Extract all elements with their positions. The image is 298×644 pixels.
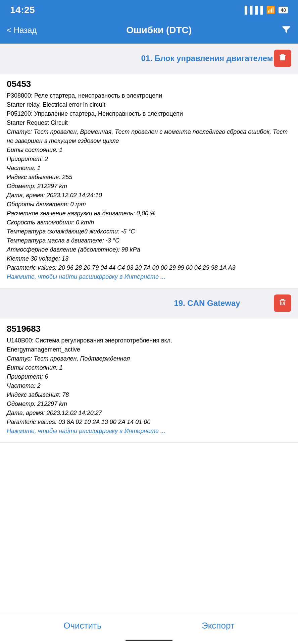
content-area: 01. Блок управления двигателем 05453 P30… [0,44,298,476]
error-block-19-0[interactable]: 8519683 U140B00: Система регулирования э… [0,318,298,443]
trash-icon [279,53,287,63]
page-title: Ошибки (DTC) [126,25,192,36]
status-icons: ▐▐▐▐ 📶 40 [242,6,288,14]
filter-icon[interactable] [281,24,291,37]
status-bar: 14:25 ▐▐▐▐ 📶 40 [0,0,298,20]
delete-button-19[interactable] [274,294,291,312]
back-button[interactable]: < Назад [7,25,37,35]
trash-icon-19 [279,298,287,308]
error-block-01-0[interactable]: 05453 P308800: Реле стартера, неисправно… [0,73,298,288]
clear-button[interactable]: Очистить [63,621,101,631]
section-header-01: 01. Блок управления двигателем [0,44,298,73]
status-time: 14:25 [10,5,35,15]
nav-bar: < Назад Ошибки (DTC) [0,20,298,44]
error-lines-19-0: U140B00: Система регулирования энергопот… [7,336,291,436]
error-code-19-0: 8519683 [7,324,291,334]
wifi-icon: 📶 [266,6,275,14]
error-lines-01-0: P308800: Реле стартера, неисправность в … [7,91,291,281]
section-title-01: 01. Блок управления двигателем [140,54,274,63]
battery-icon: 40 [279,7,288,13]
signal-icon: ▐▐▐▐ [242,6,263,14]
section-header-19: 19. CAN Gateway [0,288,298,318]
export-button[interactable]: Экспорт [202,621,235,631]
error-code-01-0: 05453 [7,79,291,89]
delete-button-01[interactable] [274,50,291,67]
home-indicator [126,640,172,641]
section-title-19: 19. CAN Gateway [140,299,274,308]
